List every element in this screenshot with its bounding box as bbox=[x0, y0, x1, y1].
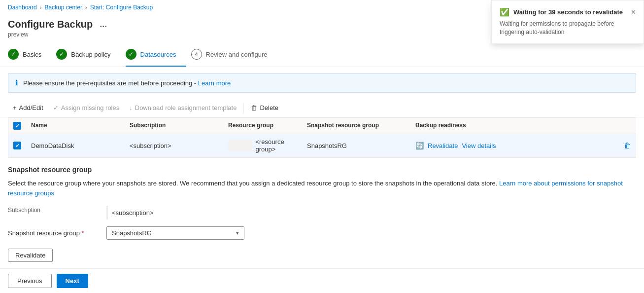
assign-roles-button[interactable]: ✓ Assign missing roles bbox=[48, 102, 125, 114]
download-template-button[interactable]: ↓ Download role assignment template bbox=[124, 102, 241, 114]
snapshot-rg-label: Snapshot resource group bbox=[8, 229, 106, 237]
bottom-bar: Previous Next bbox=[0, 268, 644, 293]
info-link[interactable]: Learn more bbox=[198, 79, 231, 87]
table-header: Name Subscription Resource group Snapsho… bbox=[8, 118, 636, 134]
row-name-cell: DemoDataDisk bbox=[26, 134, 125, 157]
toolbar: + Add/Edit ✓ Assign missing roles ↓ Down… bbox=[0, 99, 644, 117]
toast-notification: ✅ Waiting for 39 seconds to revalidate ×… bbox=[491, 0, 644, 44]
col-name: Name bbox=[26, 118, 125, 134]
row-subscription-cell: <subscription> bbox=[125, 134, 223, 157]
snapshot-description: Select the resource group where your sna… bbox=[8, 179, 636, 198]
delete-icon: 🗑 bbox=[251, 104, 257, 111]
revalidate-inline-button[interactable]: Revalidate bbox=[428, 142, 458, 149]
info-text: Please ensure the pre-requisites are met… bbox=[23, 79, 231, 87]
row-checkbox[interactable] bbox=[13, 142, 21, 149]
step-basics-icon: ✓ bbox=[8, 49, 19, 60]
table-row: DemoDataDisk <subscription> <resource gr… bbox=[8, 134, 636, 157]
check-icon: ✓ bbox=[53, 104, 59, 111]
col-snapshot-rg: Snapshot resource group bbox=[302, 118, 410, 134]
toolbar-separator bbox=[243, 103, 244, 113]
snapshot-rg-form-row: Snapshot resource group SnapshotsRG ▾ bbox=[8, 226, 636, 240]
snapshot-rg-value: SnapshotsRG bbox=[112, 229, 152, 237]
toast-title-area: ✅ Waiting for 39 seconds to revalidate bbox=[500, 7, 623, 17]
step-review[interactable]: 4 Review and configure bbox=[191, 43, 277, 67]
subscription-label: Subscription bbox=[8, 207, 106, 214]
subscription-display-value: <subscription> bbox=[112, 207, 154, 219]
revalidate-spinner-icon: 🔄 bbox=[415, 142, 424, 149]
row-readiness-cell: 🔄 Revalidate View details 🗑 bbox=[410, 134, 636, 157]
download-icon: ↓ bbox=[129, 104, 133, 111]
breadcrumb-configure-backup[interactable]: Start: Configure Backup bbox=[90, 4, 153, 11]
row-delete-icon[interactable]: 🗑 bbox=[624, 142, 631, 149]
revalidate-area: 🔄 Revalidate View details bbox=[415, 142, 496, 149]
row-checkbox-cell bbox=[8, 134, 26, 157]
page-subtitle: preview bbox=[8, 31, 110, 38]
chevron-down-icon: ▾ bbox=[236, 230, 239, 236]
col-checkbox bbox=[8, 118, 26, 134]
step-review-label: Review and configure bbox=[206, 51, 268, 58]
info-banner: ℹ Please ensure the pre-requisites are m… bbox=[8, 73, 636, 93]
row-resource-group-cell: <resource group> bbox=[223, 134, 302, 157]
step-datasources[interactable]: ✓ Datasources bbox=[126, 43, 186, 67]
step-backup-policy-icon: ✓ bbox=[56, 49, 67, 60]
add-edit-button[interactable]: + Add/Edit bbox=[8, 102, 48, 114]
more-options-button[interactable]: ... bbox=[97, 18, 110, 31]
toast-close-button[interactable]: × bbox=[631, 8, 636, 17]
snapshot-rg-dropdown[interactable]: SnapshotsRG ▾ bbox=[106, 226, 244, 240]
wizard-steps: ✓ Basics ✓ Backup policy ✓ Datasources 4… bbox=[0, 43, 644, 67]
breadcrumb-sep-1: › bbox=[40, 4, 42, 10]
snapshot-section: Snapshot resource group Select the resou… bbox=[0, 158, 644, 267]
breadcrumb-dashboard[interactable]: Dashboard bbox=[8, 4, 37, 11]
datasources-table: Name Subscription Resource group Snapsho… bbox=[8, 117, 636, 158]
row-snapshot-rg-cell: SnapshotsRG bbox=[302, 134, 410, 157]
step-backup-policy-label: Backup policy bbox=[71, 51, 110, 58]
subscription-bar bbox=[106, 206, 108, 220]
page-title: Configure Backup bbox=[8, 19, 93, 30]
step-datasources-icon: ✓ bbox=[126, 49, 136, 60]
breadcrumb-backup-center[interactable]: Backup center bbox=[44, 4, 82, 11]
view-details-link[interactable]: View details bbox=[462, 142, 496, 149]
previous-button[interactable]: Previous bbox=[8, 274, 52, 288]
subscription-value-line: <subscription> bbox=[106, 204, 636, 221]
next-button[interactable]: Next bbox=[57, 274, 88, 288]
col-resource-group: Resource group bbox=[223, 118, 302, 134]
snapshot-section-title: Snapshot resource group bbox=[8, 166, 636, 174]
breadcrumb-sep-2: › bbox=[85, 4, 87, 10]
info-icon: ℹ bbox=[15, 78, 18, 87]
step-backup-policy[interactable]: ✓ Backup policy bbox=[56, 43, 120, 67]
toast-check-icon: ✅ bbox=[500, 7, 509, 17]
col-subscription: Subscription bbox=[125, 118, 223, 134]
step-review-icon: 4 bbox=[191, 49, 202, 60]
toast-header: ✅ Waiting for 39 seconds to revalidate × bbox=[500, 7, 636, 17]
step-basics-label: Basics bbox=[23, 51, 41, 58]
delete-button[interactable]: 🗑 Delete bbox=[246, 102, 283, 114]
resource-group-placeholder bbox=[228, 140, 252, 151]
header-checkbox[interactable] bbox=[13, 122, 21, 130]
add-icon: + bbox=[13, 104, 17, 111]
step-basics[interactable]: ✓ Basics bbox=[8, 43, 51, 67]
toast-title-text: Waiting for 39 seconds to revalidate bbox=[513, 8, 623, 16]
revalidate-button[interactable]: Revalidate bbox=[8, 249, 53, 262]
step-datasources-label: Datasources bbox=[140, 51, 176, 58]
col-backup-readiness: Backup readiness bbox=[410, 118, 636, 134]
toast-body: Waiting for permissions to propagate bef… bbox=[500, 20, 636, 37]
subscription-form-row: Subscription <subscription> bbox=[8, 204, 636, 221]
